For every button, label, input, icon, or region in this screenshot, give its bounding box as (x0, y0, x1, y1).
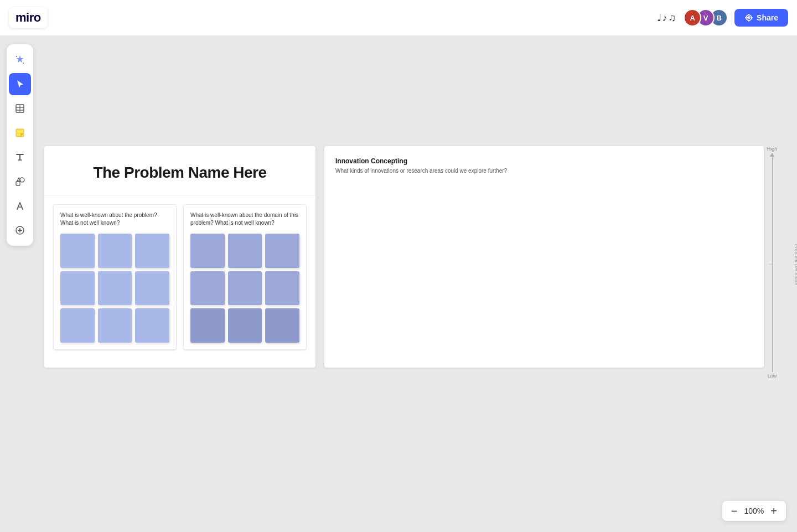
problem-title-area: The Problem Name Here (44, 146, 315, 195)
sticky-note[interactable] (135, 308, 169, 343)
sticky-note[interactable] (190, 271, 225, 306)
left-sticky-grid (60, 234, 169, 343)
sticky-note[interactable] (228, 308, 262, 343)
plus-icon (14, 225, 25, 236)
right-panel-question: What is well-known about the domain of t… (190, 211, 299, 227)
sparkle-icon (14, 54, 25, 65)
sticky-note[interactable] (98, 234, 132, 268)
axis-arrow-up (770, 153, 774, 157)
zoom-out-button[interactable]: − (731, 505, 738, 516)
sticky-note[interactable] (135, 234, 169, 268)
sticky-note[interactable] (60, 234, 95, 268)
sticky-note[interactable] (60, 271, 95, 306)
sticky-note[interactable] (228, 234, 262, 268)
svg-point-10 (20, 178, 24, 182)
axis-low-label: Low (768, 373, 777, 379)
music-icon: ♩♪♫ (657, 12, 677, 23)
axis-line: Problem Definition (772, 157, 773, 372)
toolbar-font[interactable] (9, 195, 31, 217)
sticky-note[interactable] (190, 234, 225, 268)
logo-box[interactable]: miro (9, 7, 48, 28)
header: miro ♩♪♫ A V B Share (0, 0, 797, 35)
share-icon (744, 13, 753, 22)
avatars: A V B (684, 9, 728, 27)
sticky-note[interactable] (265, 271, 299, 306)
zoom-value: 100% (744, 507, 764, 515)
toolbar-sparkle[interactable] (9, 49, 31, 71)
left-sticky-panel: What is well-known about the problem? Wh… (53, 204, 177, 350)
right-sticky-grid (190, 234, 299, 343)
toolbar-cursor[interactable] (9, 73, 31, 95)
right-sticky-panel: What is well-known about the domain of t… (183, 204, 307, 350)
toolbar-note[interactable] (9, 122, 31, 144)
toolbar-plus[interactable] (9, 219, 31, 241)
axis-high-label: High (767, 146, 778, 152)
avatar-1[interactable]: A (684, 9, 701, 27)
header-right: ♩♪♫ A V B Share (657, 9, 788, 27)
sticky-note[interactable] (98, 271, 132, 306)
toolbar-shapes[interactable] (9, 171, 31, 193)
innovation-description: What kinds of innovations or research ar… (335, 167, 753, 175)
left-panel-question: What is well-known about the problem? Wh… (60, 211, 169, 227)
sticky-note[interactable] (98, 308, 132, 343)
table-icon (14, 103, 25, 114)
share-label: Share (757, 13, 778, 22)
sticky-note[interactable] (190, 308, 225, 343)
sticky-panels: What is well-known about the problem? Wh… (44, 195, 315, 359)
svg-rect-8 (16, 129, 24, 137)
right-panel: Innovation Concepting What kinds of inno… (324, 146, 764, 368)
text-icon (14, 152, 25, 163)
shapes-icon (14, 176, 25, 187)
sticky-note[interactable] (265, 234, 299, 268)
zoom-controls: − 100% + (722, 501, 786, 521)
svg-point-3 (23, 63, 24, 64)
axis-tick (769, 265, 772, 265)
sticky-note[interactable] (228, 271, 262, 306)
note-icon (14, 127, 25, 138)
logo-text: miro (15, 11, 41, 25)
axis-panel: High Problem Definition Low (764, 146, 780, 379)
canvas[interactable]: The Problem Name Here What is well-known… (0, 35, 797, 532)
toolbar-table[interactable] (9, 97, 31, 120)
svg-point-2 (16, 56, 17, 57)
axis-side-label: Problem Definition (793, 244, 797, 285)
share-button[interactable]: Share (734, 9, 788, 27)
problem-title: The Problem Name Here (55, 164, 304, 182)
board-frame: The Problem Name Here What is well-known… (44, 146, 764, 368)
svg-rect-9 (16, 182, 20, 185)
toolbar-text[interactable] (9, 146, 31, 168)
svg-point-0 (747, 16, 751, 19)
zoom-in-button[interactable]: + (770, 505, 777, 516)
left-toolbar (7, 44, 33, 246)
header-icons: ♩♪♫ (657, 12, 677, 24)
cursor-icon (14, 79, 25, 90)
font-icon (14, 200, 25, 211)
innovation-title: Innovation Concepting (335, 157, 753, 165)
sticky-note[interactable] (265, 308, 299, 343)
sticky-note[interactable] (135, 271, 169, 306)
left-panel: The Problem Name Here What is well-known… (44, 146, 315, 368)
sticky-note[interactable] (60, 308, 95, 343)
